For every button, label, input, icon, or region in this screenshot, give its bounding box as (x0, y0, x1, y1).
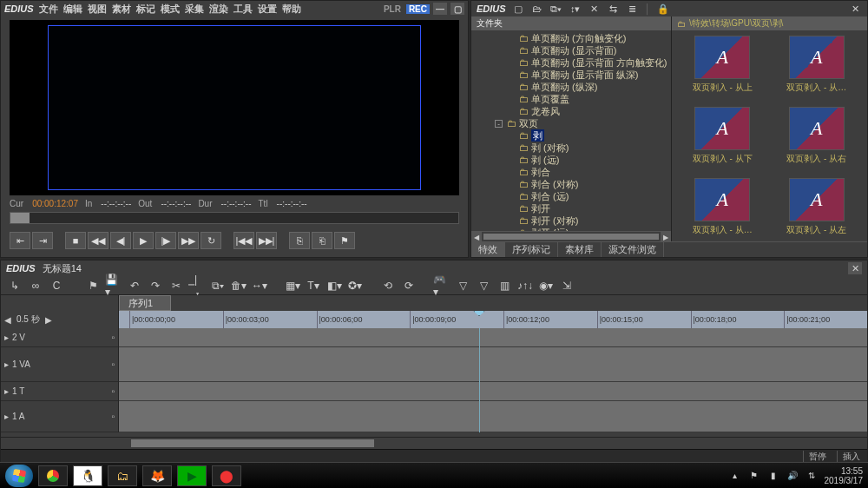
track-header[interactable]: ▸2 V▫ (1, 328, 119, 347)
scale-label[interactable]: 0.5 秒 (16, 313, 40, 326)
tray-flag-icon[interactable]: ⚑ (748, 470, 760, 482)
timeline-scroll-thumb[interactable] (131, 439, 374, 447)
maximize-button[interactable]: ▢ (450, 3, 464, 15)
track-target-icon[interactable]: ▫ (111, 412, 115, 421)
time-ruler[interactable]: |00:00:00;00|00:00:03;00|00:00:06;00|00:… (119, 311, 867, 328)
tool-record-icon[interactable]: ◉▾ (537, 278, 555, 293)
tool-cut-icon[interactable]: ✂ (168, 278, 185, 293)
scale-left-arrow-icon[interactable]: ◀ (4, 315, 11, 325)
minimize-button[interactable]: — (433, 3, 447, 15)
delete-icon[interactable]: ✕ (588, 3, 602, 15)
track-body[interactable] (119, 328, 867, 437)
track-header[interactable]: ▸1 T▫ (1, 382, 119, 401)
task-qq-icon[interactable]: 🐧 (73, 465, 102, 486)
tree-item[interactable]: -🗀双页 (475, 117, 667, 129)
track-target-icon[interactable]: ▫ (111, 386, 115, 396)
track-expand-icon[interactable]: ▸ (4, 386, 9, 396)
track-header[interactable]: ▸1 A▫ (1, 401, 119, 432)
tool-mixer-icon[interactable]: ♪↑↓ (516, 278, 534, 293)
effect-item[interactable]: 双页剥入 - 从… (772, 36, 863, 103)
tool-flag-icon[interactable]: ⚑ (84, 278, 102, 293)
tool-effect-icon[interactable]: ✪▾ (346, 278, 364, 293)
tool-delete-icon[interactable]: 🗑▾ (230, 278, 247, 293)
tool-gamepad-icon[interactable]: 🎮▾ (433, 278, 450, 293)
menu-view[interactable]: 视图 (88, 3, 107, 16)
start-button[interactable] (5, 465, 33, 487)
tool-c-icon[interactable]: C (48, 278, 65, 293)
tray-sound-icon[interactable]: 🔊 (786, 470, 799, 482)
tree-item[interactable]: 🗀剥合 (对称) (475, 178, 667, 190)
link-icon[interactable]: ⇆ (607, 3, 621, 15)
tree-item[interactable]: 🗀单页翻动 (方向触变化) (475, 32, 667, 44)
tc-cur[interactable]: 00:00:12:07 (32, 199, 78, 208)
tool-split-icon[interactable]: ⎯|⎯▾ (188, 278, 206, 293)
tree-expander-icon[interactable]: - (495, 120, 503, 128)
lock-icon[interactable]: 🔒 (656, 3, 670, 15)
task-record-icon[interactable]: ⬤ (212, 465, 241, 486)
track-header[interactable]: ▸1 VA▫ (1, 347, 119, 382)
tc-out[interactable]: --:--:--:-- (161, 199, 191, 208)
menu-clip[interactable]: 素材 (112, 3, 131, 16)
tool-ingroup-icon[interactable]: ⟲ (379, 278, 397, 293)
menu-tools[interactable]: 工具 (233, 3, 253, 16)
menu-settings[interactable]: 设置 (258, 3, 277, 16)
tool-outgroup-icon[interactable]: ⟳ (400, 278, 418, 293)
menu-marker[interactable]: 标记 (136, 3, 155, 16)
tc-in[interactable]: --:--:--:-- (101, 199, 131, 208)
tree-item[interactable]: 🗀单页翻动 (纵深) (475, 81, 667, 93)
track-lane[interactable] (119, 328, 867, 347)
tool-save-icon[interactable]: 💾▾ (105, 278, 122, 293)
folders-scroll-h[interactable]: ◀ ▶ (471, 231, 671, 241)
browser-close-icon[interactable]: ✕ (848, 3, 862, 15)
tool-arrow-icon[interactable]: ↳ (6, 278, 23, 293)
tool-ripple-icon[interactable]: ↔▾ (251, 278, 268, 293)
tray-net-icon[interactable]: ⇅ (806, 470, 818, 482)
tc-ttl[interactable]: --:--:--:-- (277, 199, 307, 208)
folder-tree[interactable]: 🗀单页翻动 (方向触变化)🗀单页翻动 (显示背面)🗀单页翻动 (显示背面 方向触… (471, 30, 671, 231)
scroll-left-arrow-icon[interactable]: ◀ (471, 232, 482, 241)
tool-marker-icon[interactable]: ▽ (454, 278, 471, 293)
prev-frame-button[interactable]: ◀| (110, 232, 131, 249)
tree-item[interactable]: 🗀剥 (对称) (475, 142, 667, 154)
timeline-scroll-h[interactable] (1, 437, 867, 449)
tree-item[interactable]: 🗀剥合 (475, 166, 667, 178)
track-lane[interactable] (119, 347, 867, 382)
tree-item[interactable]: 🗀剥 (475, 129, 667, 142)
scrub-bar[interactable] (10, 212, 459, 224)
track-target-icon[interactable]: ▫ (111, 333, 115, 342)
tool-marker2-icon[interactable]: ▽ (475, 278, 492, 293)
stop-button[interactable]: ■ (65, 232, 86, 249)
folder-new-icon[interactable]: ▢ (511, 3, 525, 15)
set-out-button[interactable]: ⇥ (32, 232, 53, 249)
tree-item[interactable]: 🗀剥开 (对称) (475, 214, 667, 227)
overwrite-button[interactable]: ⎗ (312, 232, 332, 249)
tree-item[interactable]: 🗀单页翻动 (显示背面 纵深) (475, 69, 667, 81)
menu-mode[interactable]: 模式 (161, 3, 180, 16)
next-frame-button[interactable]: |▶ (155, 232, 176, 249)
tool-render-icon[interactable]: ▦▾ (284, 278, 301, 293)
tab-source[interactable]: 源文件浏览 (602, 242, 664, 257)
tree-item[interactable]: 🗀单页翻动 (显示背面) (475, 44, 667, 56)
effect-item[interactable]: 双页剥入 - 从上 (677, 36, 768, 103)
tray-up-icon[interactable]: ▴ (729, 470, 741, 482)
tray-signal-icon[interactable]: ▮ (767, 470, 779, 482)
menu-file[interactable]: 文件 (39, 3, 58, 16)
next-edit-button[interactable]: ▶▶| (256, 232, 277, 249)
menu-capture[interactable]: 采集 (185, 3, 204, 16)
effect-item[interactable]: 双页剥入 - 从左 (772, 178, 863, 241)
menu-help[interactable]: 帮助 (282, 3, 301, 16)
tool-undo-icon[interactable]: ↶ (126, 278, 143, 293)
effect-item[interactable]: 双页剥入 - 从… (677, 178, 768, 241)
timeline-close-button[interactable]: ✕ (848, 262, 862, 274)
tree-item[interactable]: 🗀单页翻动 (显示背面 方向触变化) (475, 56, 667, 69)
play-button[interactable]: ▶ (133, 232, 154, 249)
tool-transition-icon[interactable]: ◧▾ (326, 278, 343, 293)
set-in-button[interactable]: ⇤ (10, 232, 30, 249)
tree-item[interactable]: 🗀剥 (远) (475, 154, 667, 166)
effect-item[interactable]: 双页剥入 - 从下 (677, 107, 768, 175)
tree-item[interactable]: 🗀剥合 (远) (475, 190, 667, 202)
fastfwd-button[interactable]: ▶▶ (178, 232, 199, 249)
playhead[interactable] (474, 311, 485, 316)
task-explorer-icon[interactable]: 🗂 (108, 465, 137, 486)
tool-layout-icon[interactable]: ▥ (496, 278, 513, 293)
